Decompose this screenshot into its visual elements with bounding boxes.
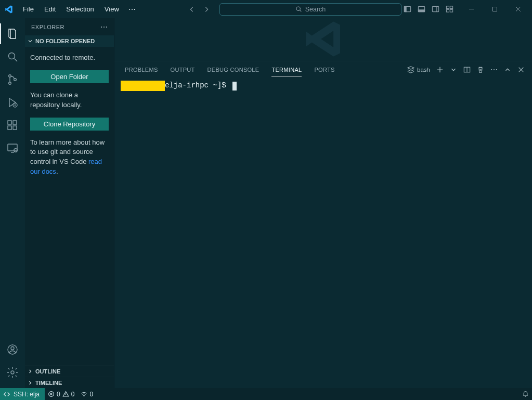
- svg-rect-17: [8, 121, 11, 124]
- tab-terminal[interactable]: TERMINAL: [265, 62, 308, 76]
- customize-layout-icon[interactable]: [446, 5, 453, 13]
- vscode-logo-icon: [4, 5, 14, 14]
- split-terminal-icon[interactable]: [463, 66, 471, 73]
- sidebar-more-icon[interactable]: ⋯: [100, 23, 108, 31]
- redacted-user: [121, 81, 165, 91]
- window-minimize-button[interactable]: [460, 0, 483, 18]
- sidebar-section-label: NO FOLDER OPENED: [35, 38, 95, 44]
- status-notifications-icon[interactable]: [519, 388, 532, 400]
- kill-terminal-icon[interactable]: [477, 66, 484, 73]
- svg-rect-4: [418, 10, 424, 12]
- svg-rect-9: [446, 9, 449, 12]
- terminal-dropdown-icon[interactable]: [450, 66, 457, 73]
- status-ports-count: 0: [89, 391, 93, 398]
- sidebar-title: EXPLORER: [31, 24, 64, 30]
- chevron-down-icon: [27, 38, 33, 44]
- tab-debug-console[interactable]: DEBUG CONSOLE: [201, 62, 266, 76]
- status-bar: SSH: elja 0 0 0: [0, 388, 532, 400]
- svg-point-25: [11, 371, 14, 374]
- new-terminal-icon[interactable]: [436, 66, 444, 73]
- toggle-primary-sidebar-icon[interactable]: [404, 5, 411, 13]
- activity-accounts-icon[interactable]: [0, 338, 25, 361]
- tab-problems[interactable]: PROBLEMS: [119, 62, 164, 76]
- close-panel-icon[interactable]: [517, 66, 525, 73]
- status-error-count: 0: [57, 391, 60, 398]
- title-bar: File Edit Selection View ⋯ Search: [0, 0, 532, 18]
- svg-rect-7: [446, 6, 449, 9]
- menu-view[interactable]: View: [100, 3, 123, 15]
- svg-rect-19: [13, 126, 17, 130]
- menu-edit[interactable]: Edit: [40, 3, 60, 15]
- terminal-view[interactable]: elja-irhpc ~]$: [114, 78, 532, 388]
- status-problems[interactable]: 0 0: [45, 388, 77, 400]
- svg-point-13: [9, 75, 11, 78]
- status-remote-button[interactable]: SSH: elja: [0, 388, 45, 400]
- command-center-search[interactable]: Search: [219, 3, 401, 16]
- nav-forward-icon[interactable]: [202, 5, 211, 14]
- svg-point-12: [9, 53, 15, 59]
- learn-more-text: To learn more about how to use git and s…: [30, 138, 109, 177]
- svg-rect-10: [450, 9, 452, 12]
- timeline-section[interactable]: TIMELINE: [25, 377, 114, 388]
- open-folder-button[interactable]: Open Folder: [30, 70, 109, 83]
- maximize-panel-icon[interactable]: [504, 66, 511, 73]
- toggle-secondary-sidebar-icon[interactable]: [432, 5, 439, 13]
- svg-rect-2: [404, 6, 406, 11]
- svg-point-0: [296, 7, 300, 10]
- search-placeholder: Search: [305, 6, 326, 13]
- sidebar: EXPLORER ⋯ NO FOLDER OPENED Connected to…: [25, 18, 114, 388]
- svg-point-24: [11, 347, 14, 350]
- clone-hint-text: You can clone a repository locally.: [30, 91, 109, 110]
- connected-text: Connected to remote.: [30, 53, 109, 63]
- tab-ports[interactable]: PORTS: [308, 62, 341, 76]
- chevron-right-icon: [27, 380, 33, 386]
- activity-explorer-icon[interactable]: [0, 22, 25, 45]
- menu-file[interactable]: File: [19, 3, 38, 15]
- tab-output[interactable]: OUTPUT: [164, 62, 201, 76]
- svg-point-22: [14, 149, 17, 152]
- svg-rect-20: [13, 121, 17, 124]
- svg-rect-8: [450, 6, 452, 9]
- activity-remote-explorer-icon[interactable]: [0, 137, 25, 160]
- toggle-panel-icon[interactable]: [418, 5, 425, 13]
- status-remote-label: SSH: elja: [14, 391, 40, 398]
- svg-point-29: [84, 395, 85, 396]
- outline-section[interactable]: OUTLINE: [25, 365, 114, 377]
- vscode-watermark-icon: [295, 18, 352, 60]
- chevron-right-icon: [27, 368, 33, 375]
- status-warning-count: 0: [71, 391, 75, 398]
- activity-search-icon[interactable]: [0, 45, 25, 68]
- svg-point-15: [14, 79, 17, 81]
- clone-repository-button[interactable]: Clone Repository: [30, 118, 109, 131]
- terminal-cursor: [232, 82, 237, 91]
- menu-selection[interactable]: Selection: [62, 3, 98, 15]
- svg-point-14: [9, 82, 11, 85]
- terminal-prompt: elja-irhpc ~]$: [165, 81, 226, 91]
- nav-back-icon[interactable]: [187, 5, 197, 14]
- activity-settings-icon[interactable]: [0, 361, 25, 384]
- menu-overflow-icon[interactable]: ⋯: [125, 3, 139, 16]
- svg-rect-18: [8, 126, 11, 130]
- activity-source-control-icon[interactable]: [0, 68, 25, 91]
- sidebar-section-header[interactable]: NO FOLDER OPENED: [25, 35, 114, 47]
- panel-more-icon[interactable]: ⋯: [490, 66, 498, 74]
- status-ports[interactable]: 0: [77, 388, 96, 400]
- panel-header: PROBLEMS OUTPUT DEBUG CONSOLE TERMINAL P…: [114, 61, 532, 78]
- activity-extensions-icon[interactable]: [0, 114, 25, 137]
- activity-bar: [0, 18, 25, 388]
- svg-rect-11: [493, 7, 497, 11]
- editor-area: PROBLEMS OUTPUT DEBUG CONSOLE TERMINAL P…: [114, 18, 532, 388]
- activity-run-debug-icon[interactable]: [0, 91, 25, 114]
- svg-rect-21: [8, 144, 17, 151]
- window-maximize-button[interactable]: [483, 0, 507, 18]
- window-close-button[interactable]: [507, 0, 530, 18]
- svg-rect-5: [432, 6, 438, 11]
- terminal-profile-label[interactable]: bash: [407, 66, 430, 73]
